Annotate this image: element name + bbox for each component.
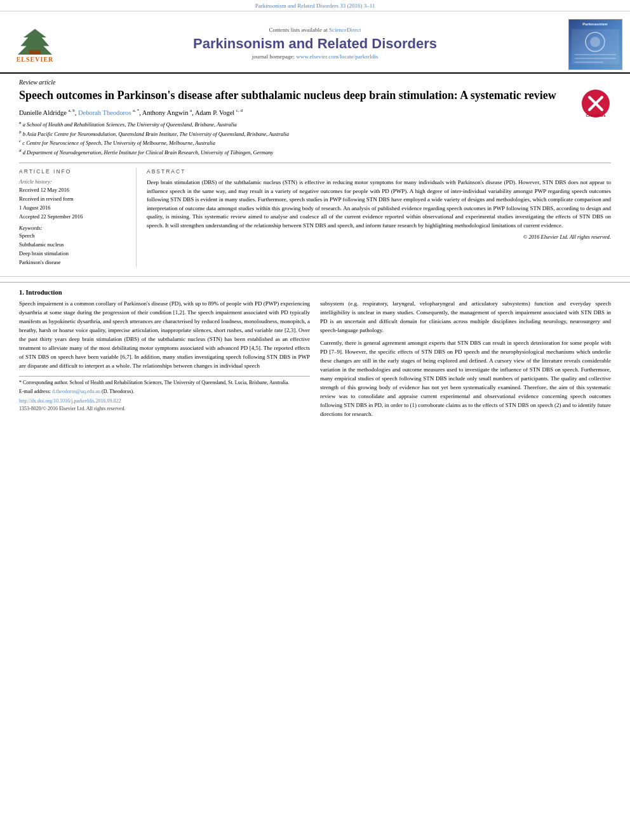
- author-angwin: Anthony Angwin: [142, 109, 189, 116]
- intro-para3: Currently, there is general agreement am…: [320, 339, 611, 418]
- journal-header-center: Contents lists available at ScienceDirec…: [70, 17, 560, 72]
- email-line: E-mail address: d.theodoros@uq.edu.au (D…: [19, 388, 310, 396]
- journal-homepage-link[interactable]: www.elsevier.com/locate/parkreldis: [296, 53, 378, 60]
- revised-date: 1 August 2016: [19, 204, 127, 212]
- email-link[interactable]: d.theodoros@uq.edu.au: [52, 389, 100, 394]
- intro-heading: 1. Introduction: [19, 289, 611, 296]
- author-vogel: Adam P. Vogel: [195, 109, 234, 116]
- keyword-dbs: Deep brain stimulation: [19, 250, 127, 258]
- elsevier-tree-icon: [10, 26, 60, 55]
- journal-cover-thumbnail: Parkinsonism: [568, 19, 622, 70]
- intro-para1: Speech impairment is a common corollary …: [19, 300, 310, 371]
- section-title: Introduction: [26, 289, 62, 296]
- article-title: Speech outcomes in Parkinson's disease a…: [19, 88, 611, 103]
- svg-text:CrossMark: CrossMark: [586, 114, 606, 117]
- issn-line: 1353-8020/© 2016 Elsevier Ltd. All right…: [19, 405, 310, 413]
- keyword-stn: Subthalamic nucleus: [19, 241, 127, 249]
- cover-title: Parkinsonism: [582, 22, 607, 27]
- intro-body: Speech impairment is a common corollary …: [19, 300, 611, 422]
- article-info-column: ARTICLE INFO Article history: Received 1…: [19, 168, 137, 267]
- keywords-title: Keywords:: [19, 225, 127, 231]
- crossmark-icon: CrossMark: [580, 88, 611, 119]
- keyword-speech: Speech: [19, 232, 127, 240]
- intro-para2: subsystem (e.g. respiratory, laryngeal, …: [320, 300, 611, 335]
- intro-col-left: Speech impairment is a common corollary …: [19, 300, 310, 422]
- author-sup-a: a, b: [69, 108, 75, 113]
- intro-col-right: subsystem (e.g. respiratory, laryngeal, …: [320, 300, 611, 422]
- email-label: E-mail address:: [19, 389, 51, 394]
- svg-point-5: [590, 37, 600, 47]
- section-divider: [0, 276, 630, 277]
- affil-d: d d Department of Neurodegeneration, Her…: [19, 147, 611, 157]
- email-person: (D. Theodoros).: [102, 389, 134, 394]
- article-type-label: Review article: [19, 79, 611, 86]
- science-direct-link[interactable]: ScienceDirect: [329, 27, 361, 33]
- crossmark-badge[interactable]: CrossMark: [580, 88, 611, 119]
- info-abstract-section: ARTICLE INFO Article history: Received 1…: [19, 163, 611, 267]
- cover-art-icon: [572, 29, 619, 64]
- journal-header-left: ELSEVIER: [0, 17, 70, 72]
- abstract-text: Deep brain stimulation (DBS) of the subt…: [147, 178, 611, 230]
- abstract-label: ABSTRACT: [147, 168, 611, 175]
- elsevier-text: ELSEVIER: [17, 56, 54, 63]
- elsevier-logo: ELSEVIER: [10, 26, 60, 63]
- abstract-column: ABSTRACT Deep brain stimulation (DBS) of…: [137, 168, 611, 267]
- journal-reference-bar: Parkinsonism and Related Disorders 33 (2…: [0, 0, 630, 11]
- affil-c: c c Centre for Neuroscience of Speech, T…: [19, 138, 611, 147]
- svg-rect-2: [29, 50, 41, 55]
- author-aldridge: Danielle Aldridge: [19, 109, 67, 116]
- affil-a: a a School of Health and Rehabilitation …: [19, 119, 611, 129]
- author-theodoros[interactable]: Deborah Theodoros: [78, 109, 131, 116]
- footnote-area: * Corresponding author. School of Health…: [19, 376, 310, 413]
- affiliations: a a School of Health and Rehabilitation …: [19, 119, 611, 156]
- journal-header-right: Parkinsonism: [560, 17, 630, 72]
- page-wrapper: Parkinsonism and Related Disorders 33 (2…: [0, 0, 630, 840]
- article-history-title: Article history:: [19, 178, 127, 185]
- introduction-section: 1. Introduction Speech impairment is a c…: [0, 282, 630, 429]
- journal-title: Parkinsonism and Related Disorders: [193, 36, 437, 52]
- corresponding-note: * Corresponding author. School of Health…: [19, 379, 310, 387]
- journal-reference: Parkinsonism and Related Disorders 33 (2…: [255, 3, 375, 9]
- accepted-date: Accepted 22 September 2016: [19, 213, 127, 221]
- copyright-line: © 2016 Elsevier Ltd. All rights reserved…: [147, 234, 611, 240]
- received-revised-label: Received in revised form: [19, 196, 127, 203]
- journal-homepage-line: journal homepage: www.elsevier.com/locat…: [252, 53, 378, 60]
- section-number: 1.: [19, 289, 24, 296]
- doi-link[interactable]: http://dx.doi.org/10.1016/j.parkreldis.2…: [19, 397, 310, 405]
- contents-line: Contents lists available at ScienceDirec…: [269, 27, 361, 33]
- article-info-label: ARTICLE INFO: [19, 168, 127, 175]
- article-content: Review article Speech outcomes in Parkin…: [0, 74, 630, 274]
- authors-line: Danielle Aldridge a, b, Deborah Theodoro…: [19, 108, 611, 116]
- received-date: Received 12 May 2016: [19, 187, 127, 194]
- journal-header: ELSEVIER Contents lists available at Sci…: [0, 11, 630, 74]
- keyword-pd: Parkinson's disease: [19, 259, 127, 267]
- affil-b: b b Asia Pacific Centre for Neuromodulat…: [19, 129, 611, 138]
